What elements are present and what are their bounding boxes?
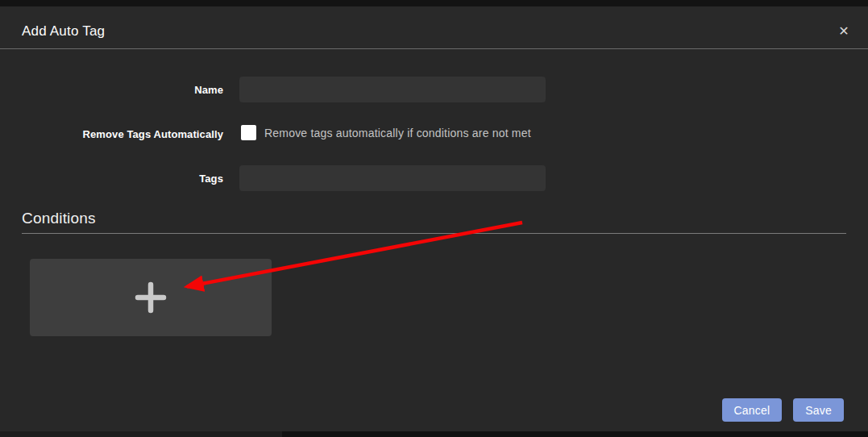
close-icon[interactable]: ✕ — [835, 23, 853, 40]
cancel-button[interactable]: Cancel — [722, 398, 783, 422]
conditions-divider — [22, 233, 846, 234]
modal-title: Add Auto Tag — [22, 23, 105, 40]
name-label: Name — [0, 84, 223, 96]
add-auto-tag-modal: Add Auto Tag ✕ Name Remove Tags Automati… — [0, 0, 868, 437]
modal-header: Add Auto Tag ✕ — [0, 6, 868, 49]
modal-footer: Cancel Save — [722, 398, 845, 422]
conditions-heading: Conditions — [22, 210, 96, 227]
remove-tags-checkbox[interactable] — [241, 125, 256, 140]
save-button[interactable]: Save — [793, 398, 844, 422]
annotation-arrow — [0, 0, 868, 437]
page-background-bottom — [0, 431, 868, 437]
page-background-bottom-left — [0, 431, 282, 437]
name-input[interactable] — [239, 77, 546, 102]
remove-tags-checkbox-row: Remove tags automatically if conditions … — [241, 125, 531, 140]
page-background-top — [0, 0, 868, 6]
plus-icon — [135, 281, 167, 314]
add-condition-button[interactable] — [30, 259, 272, 336]
tags-input[interactable] — [239, 165, 546, 191]
remove-tags-label: Remove Tags Automatically — [0, 128, 223, 140]
remove-tags-checkbox-text: Remove tags automatically if conditions … — [264, 127, 531, 139]
tags-label: Tags — [0, 173, 223, 185]
